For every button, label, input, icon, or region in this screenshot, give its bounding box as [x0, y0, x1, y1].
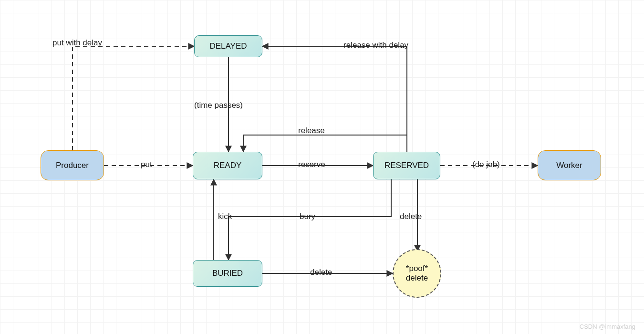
worker-label: Worker — [556, 161, 582, 170]
poof-label: *poof* delete — [406, 264, 428, 283]
label-time-passes: (time passes) — [194, 101, 243, 110]
watermark: CSDN @immaxfang — [580, 323, 635, 330]
label-release-with-delay: release with delay — [343, 41, 408, 50]
poof-node: *poof* delete — [393, 249, 441, 298]
edge-release-with-delay — [262, 46, 407, 152]
label-release: release — [298, 126, 325, 136]
label-delete-1: delete — [400, 212, 422, 221]
buried-node: BURIED — [193, 260, 262, 287]
delayed-label: DELAYED — [209, 42, 247, 51]
label-kick: kick — [218, 212, 232, 221]
label-do-job: (do job) — [472, 160, 500, 169]
reserved-node: RESERVED — [373, 152, 440, 179]
ready-node: READY — [193, 152, 262, 179]
label-delete-2: delete — [310, 268, 332, 277]
label-put: put — [141, 160, 152, 169]
edge-put-with-delay — [73, 46, 194, 150]
producer-label: Producer — [56, 161, 89, 170]
reserved-label: RESERVED — [384, 161, 429, 170]
label-bury: bury — [300, 212, 315, 221]
producer-node: Producer — [41, 150, 104, 180]
ready-label: READY — [214, 161, 242, 170]
label-reserve: reserve — [298, 160, 325, 169]
diagram-canvas: Producer DELAYED READY RESERVED BURIED *… — [0, 0, 644, 334]
worker-node: Worker — [538, 150, 601, 180]
edge-release — [243, 135, 407, 152]
buried-label: BURIED — [212, 269, 243, 278]
delayed-node: DELAYED — [194, 35, 262, 57]
label-put-with-delay: put with delay — [52, 38, 102, 48]
